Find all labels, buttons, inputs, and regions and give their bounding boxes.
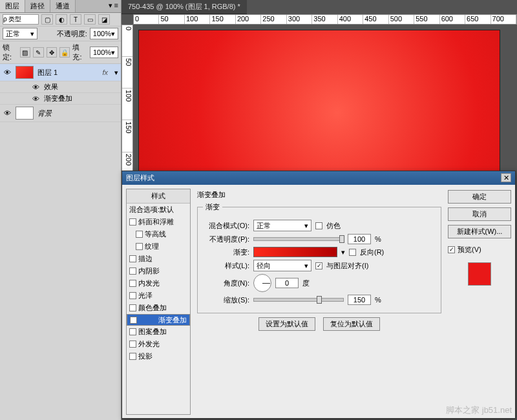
style-item[interactable]: 外发光 [127, 338, 190, 350]
effect-row[interactable]: 👁 效果 [0, 81, 121, 93]
opacity-unit: % [375, 235, 381, 243]
opacity-slider[interactable] [253, 237, 344, 241]
style-item[interactable]: 描边 [127, 253, 190, 265]
style-checkbox[interactable] [129, 341, 136, 348]
lock-all-icon[interactable]: 🔒 [59, 47, 70, 58]
style-item-label: 投影 [138, 352, 153, 361]
panel-menu-icon[interactable]: ▾ ≡ [106, 0, 121, 12]
styles-header[interactable]: 样式 [127, 189, 190, 204]
fx-expand-icon[interactable]: ▾ [114, 68, 118, 77]
gradient-dropdown-icon[interactable]: ▾ [341, 248, 345, 257]
filter-smart-icon[interactable]: ◪ [98, 14, 110, 25]
align-label: 与图层对齐(I) [326, 261, 368, 271]
preview-swatch [468, 262, 491, 286]
layer-thumbnail[interactable] [16, 66, 34, 79]
layer-name[interactable]: 背景 [37, 109, 52, 118]
sub-section-label: 渐变 [203, 202, 222, 212]
style-item[interactable]: 图案叠加 [127, 326, 190, 338]
style-item[interactable]: 内阴影 [127, 265, 190, 277]
layer-row[interactable]: 👁 图层 1 fx ▾ [0, 64, 121, 81]
dialog-title: 图层样式 [126, 173, 154, 183]
style-item-label: 斜面和浮雕 [138, 217, 174, 227]
preview-checkbox[interactable] [448, 246, 455, 253]
tab-layers[interactable]: 图层 [0, 0, 25, 12]
opacity-label: 不透明度: [57, 29, 87, 39]
style-checkbox[interactable] [129, 353, 136, 360]
style-item[interactable]: 颜色叠加 [127, 302, 190, 314]
style-item[interactable]: 斜面和浮雕 [127, 216, 190, 228]
options-area: 渐变叠加 渐变 混合模式(O): 正常▾ 仿色 不透明度(P): % 渐变: [195, 185, 444, 419]
style-item[interactable]: 投影 [127, 350, 190, 362]
tab-channels[interactable]: 通道 [50, 0, 76, 12]
dither-checkbox[interactable] [315, 222, 322, 229]
blend-options-item[interactable]: 混合选项:默认 [127, 204, 190, 216]
style-item[interactable]: 等高线 [127, 228, 190, 240]
style-checkbox[interactable] [129, 292, 136, 299]
fx-badge[interactable]: fx [102, 68, 111, 76]
dialog-titlebar[interactable]: 图层样式 ✕ [122, 171, 515, 185]
cancel-button[interactable]: 取消 [448, 207, 511, 221]
visibility-icon[interactable]: 👁 [3, 109, 12, 117]
tab-paths[interactable]: 路径 [25, 0, 50, 12]
new-style-button[interactable]: 新建样式(W)... [448, 225, 511, 238]
fill-label: 填充: [72, 43, 87, 62]
style-checkbox[interactable] [129, 280, 136, 287]
effect-row[interactable]: 👁 渐变叠加 [0, 93, 121, 105]
filter-image-icon[interactable]: ▢ [41, 14, 53, 25]
style-item-label: 颜色叠加 [138, 303, 167, 313]
angle-dial[interactable] [253, 274, 271, 292]
style-label: 样式(L): [203, 261, 249, 271]
style-checkbox[interactable] [129, 218, 136, 226]
lock-pixels-icon[interactable]: ▨ [20, 47, 30, 58]
blend-mode-label: 混合模式(O): [203, 221, 249, 231]
visibility-icon[interactable]: 👁 [31, 95, 40, 103]
visibility-icon[interactable]: 👁 [3, 68, 12, 76]
layer-name[interactable]: 图层 1 [37, 68, 58, 78]
visibility-icon[interactable]: 👁 [31, 83, 40, 91]
scale-slider[interactable] [253, 298, 344, 302]
filter-shape-icon[interactable]: ▭ [84, 14, 96, 25]
style-item-label: 光泽 [138, 291, 153, 300]
layer-row[interactable]: 👁 背景 [0, 105, 121, 122]
lock-move-icon[interactable]: ✥ [47, 47, 57, 58]
style-item-label: 纹理 [145, 242, 159, 251]
gradient-fieldset: 渐变 混合模式(O): 正常▾ 仿色 不透明度(P): % 渐变: ▾ [197, 202, 441, 313]
style-checkbox[interactable] [129, 268, 136, 275]
style-checkbox[interactable] [136, 231, 143, 238]
style-item[interactable]: 纹理 [127, 240, 190, 253]
style-item-label: 内阴影 [138, 266, 160, 276]
filter-type-icon[interactable]: T [70, 14, 81, 25]
style-list: 样式 混合选项:默认 斜面和浮雕等高线纹理描边内阴影内发光光泽颜色叠加渐变叠加图… [126, 189, 191, 415]
fill-input[interactable]: 100%▾ [90, 47, 118, 58]
preview-label: 预览(V) [458, 245, 481, 255]
style-checkbox[interactable] [129, 255, 136, 262]
reverse-label: 反向(R) [360, 247, 384, 257]
layer-filter-input[interactable] [3, 14, 39, 25]
gradient-style-select[interactable]: 径向▾ [253, 260, 311, 271]
style-item[interactable]: 内发光 [127, 277, 190, 289]
document-tab[interactable]: 750-435 @ 100% (图层 1, RGB/8) * [121, 0, 247, 14]
blend-mode-select[interactable]: 正常▾ [3, 28, 37, 39]
filter-adjust-icon[interactable]: ◐ [56, 14, 67, 25]
blend-mode-select[interactable]: 正常▾ [253, 220, 311, 231]
opacity-input[interactable] [348, 234, 371, 244]
style-item-label: 描边 [138, 254, 153, 264]
ok-button[interactable]: 确定 [448, 190, 511, 204]
style-checkbox[interactable] [129, 304, 136, 311]
reverse-checkbox[interactable] [349, 249, 356, 256]
style-checkbox[interactable] [129, 328, 136, 335]
style-checkbox[interactable] [136, 243, 143, 250]
opacity-input[interactable]: 100%▾ [90, 28, 118, 39]
close-icon[interactable]: ✕ [501, 173, 511, 182]
scale-input[interactable] [348, 295, 371, 305]
lock-brush-icon[interactable]: ✎ [33, 47, 43, 58]
angle-input[interactable] [275, 278, 299, 288]
style-item[interactable]: 渐变叠加 [127, 314, 190, 326]
style-checkbox[interactable] [130, 317, 137, 324]
reset-default-button[interactable]: 复位为默认值 [323, 317, 380, 331]
gradient-preview[interactable] [253, 247, 337, 257]
align-checkbox[interactable] [315, 262, 322, 269]
layer-thumbnail[interactable] [16, 107, 34, 120]
set-default-button[interactable]: 设置为默认值 [258, 317, 315, 331]
style-item[interactable]: 光泽 [127, 289, 190, 302]
